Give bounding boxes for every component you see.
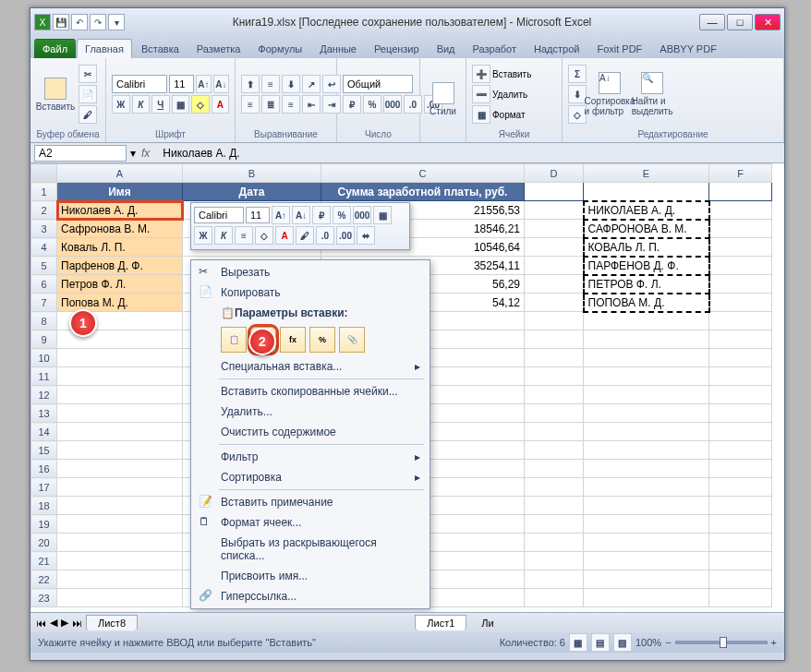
- cell[interactable]: [709, 386, 772, 404]
- mini-merge-icon[interactable]: ⬌: [357, 226, 375, 245]
- mini-incdec-icon[interactable]: .0: [316, 226, 334, 245]
- cell[interactable]: [525, 238, 584, 257]
- cell[interactable]: Петров Ф. Л.: [57, 275, 183, 294]
- font-color-icon[interactable]: A: [212, 95, 230, 114]
- view-layout-icon[interactable]: ▤: [591, 633, 610, 652]
- row-header[interactable]: 17: [31, 478, 57, 497]
- brush-icon[interactable]: 🖌: [79, 105, 97, 124]
- mini-brush-icon[interactable]: 🖌: [296, 226, 314, 245]
- row-header[interactable]: 22: [31, 570, 57, 589]
- view-break-icon[interactable]: ▧: [613, 633, 632, 652]
- cell[interactable]: ПОПОВА М. Д.: [584, 294, 709, 312]
- row-header[interactable]: 16: [31, 460, 57, 478]
- cell[interactable]: [525, 460, 584, 478]
- cell[interactable]: [525, 183, 584, 201]
- tab-home[interactable]: Главная: [77, 39, 132, 58]
- cell[interactable]: [709, 257, 772, 275]
- cell[interactable]: [584, 367, 709, 386]
- tab-view[interactable]: Вид: [429, 39, 464, 58]
- view-normal-icon[interactable]: ▦: [569, 633, 587, 652]
- cell[interactable]: [57, 589, 183, 607]
- mini-comma-icon[interactable]: 000: [353, 206, 371, 224]
- cell[interactable]: [584, 497, 709, 515]
- fx-icon[interactable]: fx: [141, 147, 150, 160]
- cell[interactable]: [525, 201, 584, 220]
- row-header[interactable]: 5: [31, 257, 57, 275]
- row-header[interactable]: 10: [31, 349, 57, 367]
- cell[interactable]: [709, 478, 772, 497]
- mini-italic[interactable]: К: [214, 226, 233, 245]
- col-header[interactable]: C: [321, 164, 525, 183]
- align-bot-icon[interactable]: ⬇: [282, 75, 300, 93]
- delete-cell-icon[interactable]: ➖: [472, 85, 490, 103]
- row-header[interactable]: 14: [31, 423, 57, 441]
- italic-button[interactable]: К: [132, 95, 151, 114]
- col-header[interactable]: F: [709, 164, 772, 183]
- cell[interactable]: [584, 404, 709, 423]
- cell[interactable]: [525, 478, 584, 497]
- cell[interactable]: [584, 423, 709, 441]
- cell[interactable]: Имя: [57, 183, 183, 201]
- cell[interactable]: [57, 497, 183, 515]
- align-center-icon[interactable]: ≣: [261, 95, 280, 114]
- tab-insert[interactable]: Вставка: [133, 39, 188, 58]
- cell[interactable]: [709, 423, 772, 441]
- cell[interactable]: [525, 497, 584, 515]
- format-cell-icon[interactable]: ▦: [472, 105, 490, 124]
- col-header[interactable]: D: [525, 164, 584, 183]
- cell[interactable]: [525, 349, 584, 367]
- col-header[interactable]: [31, 164, 57, 183]
- row-header[interactable]: 9: [31, 330, 57, 349]
- cell[interactable]: [709, 570, 772, 589]
- cell[interactable]: [709, 552, 772, 570]
- tab-nav-last-icon[interactable]: ⏭: [72, 618, 82, 629]
- cell[interactable]: [584, 312, 709, 330]
- dropdown-icon[interactable]: ▾: [130, 147, 136, 160]
- row-header[interactable]: 7: [31, 294, 57, 312]
- border-icon[interactable]: ▦: [172, 95, 190, 114]
- cell[interactable]: [584, 330, 709, 349]
- ctx-copy[interactable]: 📄Копировать: [193, 282, 428, 303]
- mini-currency-icon[interactable]: ₽: [312, 206, 331, 224]
- tab-file[interactable]: Файл: [34, 39, 76, 58]
- row-header[interactable]: 21: [31, 552, 57, 570]
- percent-icon[interactable]: %: [363, 95, 381, 114]
- bold-button[interactable]: Ж: [112, 95, 130, 114]
- cell[interactable]: [57, 441, 183, 460]
- cell[interactable]: НИКОЛАЕВ А. Д.: [584, 201, 709, 220]
- cell[interactable]: [709, 312, 772, 330]
- align-top-icon[interactable]: ⬆: [241, 75, 260, 93]
- zoom-out-icon[interactable]: −: [665, 637, 671, 648]
- cell[interactable]: [57, 423, 183, 441]
- cell[interactable]: [57, 515, 183, 534]
- cell[interactable]: [584, 349, 709, 367]
- cell[interactable]: [709, 589, 772, 607]
- col-header[interactable]: E: [584, 164, 709, 183]
- row-header[interactable]: 20: [31, 534, 57, 552]
- cell[interactable]: [525, 534, 584, 552]
- font-select[interactable]: Calibri: [112, 75, 167, 93]
- cell[interactable]: [525, 220, 584, 238]
- cell[interactable]: [709, 404, 772, 423]
- paste-formulas-button[interactable]: fx: [280, 327, 306, 353]
- tab-data[interactable]: Данные: [311, 39, 365, 58]
- ctx-insert-copied[interactable]: Вставить скопированные ячейки...: [193, 381, 428, 402]
- cell[interactable]: Коваль Л. П.: [57, 238, 183, 257]
- cell[interactable]: ПАРФЕНОВ Д. Ф.: [584, 257, 709, 275]
- zoom-in-icon[interactable]: +: [771, 637, 777, 648]
- formula-input[interactable]: Николаев А. Д.: [159, 145, 781, 162]
- undo-icon[interactable]: ↶: [71, 14, 88, 30]
- mini-fill-icon[interactable]: ◇: [255, 226, 273, 245]
- cell[interactable]: [709, 275, 772, 294]
- cell[interactable]: [525, 330, 584, 349]
- cell[interactable]: [584, 589, 709, 607]
- cell[interactable]: [57, 367, 183, 386]
- cell[interactable]: [709, 441, 772, 460]
- tab-nav-prev-icon[interactable]: ◀: [50, 617, 57, 629]
- cell[interactable]: ПЕТРОВ Ф. Л.: [584, 275, 709, 294]
- row-header[interactable]: 8: [31, 312, 57, 330]
- ctx-clear[interactable]: Очистить содержимое: [193, 422, 428, 442]
- paste-all-button[interactable]: 📋: [221, 327, 247, 353]
- row-header[interactable]: 19: [31, 515, 57, 534]
- ctx-format-cells[interactable]: 🗒Формат ячеек...: [193, 512, 428, 533]
